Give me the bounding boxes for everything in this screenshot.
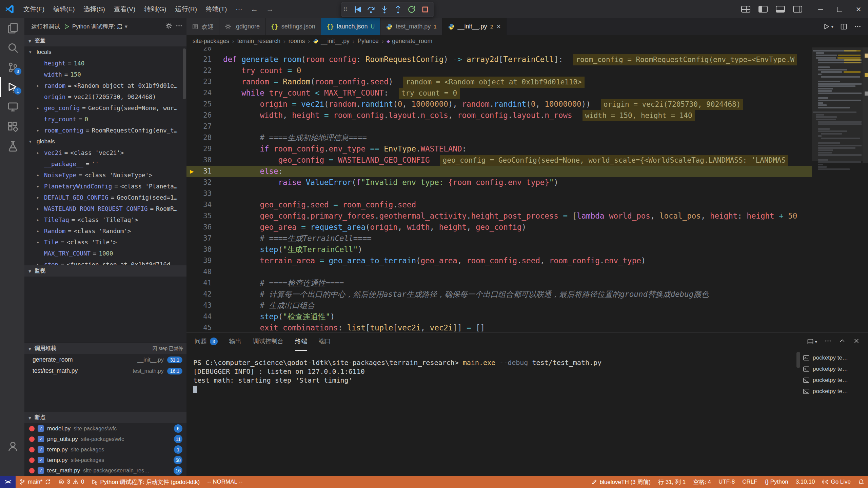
step-out-button[interactable]	[391, 3, 405, 16]
line-number[interactable]: 28	[186, 132, 212, 143]
configure-gear-button[interactable]	[165, 22, 172, 31]
line-number[interactable]: 21	[186, 54, 212, 65]
line-number[interactable]: 24	[186, 87, 212, 99]
terminal-output[interactable]: PS C:\computer_science\godot-ldtk\site-p…	[186, 351, 797, 476]
terminal-layout-button[interactable]: ▾	[807, 338, 817, 345]
code-line[interactable]: 38 step("生成TerrainCell")	[186, 244, 812, 255]
sidebar-more-actions-button[interactable]	[176, 22, 182, 31]
code-line[interactable]: 20	[186, 47, 812, 54]
activitybar-item-source-control[interactable]: 3	[0, 58, 24, 77]
toggle-sidebar-icon[interactable]	[758, 6, 768, 13]
code-line[interactable]: 24 while try_count < MAX_TRY_COUNT:try_c…	[186, 87, 812, 99]
debug-toolbar[interactable]: ⠿	[341, 2, 434, 17]
code-editor[interactable]: 2021def generate_room(room_config: RoomR…	[186, 47, 868, 332]
breadcrumb-item[interactable]: __init__.py	[313, 38, 350, 45]
statusbar-remote-indicator[interactable]: ><	[0, 476, 16, 488]
line-number[interactable]: 36	[186, 222, 212, 233]
tab-__init__.py[interactable]: __init__.py2×	[442, 18, 507, 35]
panel-tab-0[interactable]: 问题3	[195, 332, 218, 351]
tab-launch.json[interactable]: {}launch.jsonU	[321, 18, 380, 35]
variables-section-header[interactable]: ▾变量	[24, 35, 186, 46]
tab-test_math.py[interactable]: test_math.py1	[380, 18, 442, 35]
variable-row[interactable]: ▸Random=<class 'Random'>	[24, 225, 186, 237]
activitybar-item-remote-explorer[interactable]	[0, 97, 24, 117]
terminal-list-item[interactable]: pocketpy te…	[800, 363, 866, 374]
variable-row[interactable]: ▸geo_config=GeoConfig(seed=None, wor…	[24, 102, 186, 114]
breakpoint-row[interactable]: ✓test_math.pysite-packages\terrain_res…1…	[24, 465, 186, 476]
breakpoint-row[interactable]: ✓temp.pysite-packages1	[24, 444, 186, 455]
statusbar-indentation[interactable]: 空格: 4	[689, 476, 715, 488]
watch-section-header[interactable]: ▾监视	[24, 265, 186, 277]
variable-row[interactable]: ▸DEFAULT_GEO_CONFIG=GeoConfig(seed=1…	[24, 192, 186, 203]
line-number[interactable]: 25	[186, 99, 212, 110]
activitybar-item-account[interactable]	[0, 436, 24, 456]
code-line[interactable]: 37 # ====生成TerrainCell====	[186, 233, 812, 244]
activitybar-item-explorer[interactable]	[0, 18, 24, 38]
overview-ruler[interactable]	[863, 47, 868, 332]
breakpoint-checkbox[interactable]: ✓	[38, 467, 44, 474]
line-number[interactable]: 27	[186, 121, 212, 132]
line-number[interactable]: 39	[186, 255, 212, 266]
code-line[interactable]: 42 # 计算每一个出口的中心，然后使用astar生成路径，确保每一个出口组合都…	[186, 289, 812, 300]
activitybar-item-extensions[interactable]	[0, 117, 24, 136]
statusbar-go-live[interactable]: Go Live	[818, 476, 854, 488]
toggle-panel-icon[interactable]	[776, 6, 785, 13]
line-number[interactable]: 43	[186, 300, 212, 311]
line-number[interactable]: 33	[186, 188, 212, 199]
stop-button[interactable]	[418, 3, 432, 16]
menu-item-1[interactable]: 编辑(E)	[49, 0, 79, 18]
code-line[interactable]: 35 geo_config.primary_forces.geothermal_…	[186, 210, 812, 222]
minimap[interactable]	[812, 47, 863, 332]
variable-row[interactable]: origin=vec2i(7205730, 9024468)	[24, 91, 186, 102]
code-line[interactable]: 30 geo_config = WASTELAND_GEO_CONFIGgeo_…	[186, 155, 812, 166]
statusbar-gitlens-blame[interactable]: blueloveTH (3 周前)	[588, 476, 654, 488]
customize-layout-icon[interactable]	[741, 6, 750, 13]
code-line[interactable]: 32 raise ValueError(f"Invalid env type: …	[186, 177, 812, 188]
menu-item-7[interactable]: ···	[231, 0, 246, 18]
debug-config-dropdown[interactable]: Python 调试程序: 启▾	[63, 23, 162, 30]
breakpoint-checkbox[interactable]: ✓	[38, 446, 44, 453]
code-line[interactable]: 36 geo_area = request_area(origin, width…	[186, 222, 812, 233]
code-line[interactable]: 29 if room_config.env_type == EnvType.WA…	[186, 143, 812, 155]
line-number[interactable]: 32	[186, 177, 212, 188]
breadcrumb-item[interactable]: ◆generate_room	[387, 38, 432, 45]
variable-row[interactable]: ▸room_config=RoomRequestConfig(env_t…	[24, 125, 186, 136]
panel-tab-3[interactable]: 终端	[295, 332, 307, 351]
terminal-list-item[interactable]: pocketpy te…	[800, 386, 866, 397]
code-line[interactable]: 31▶ else:	[186, 166, 812, 177]
line-number[interactable]: 40	[186, 266, 212, 278]
statusbar-git-branch[interactable]: main*	[16, 476, 55, 488]
variables-group-locals[interactable]: ▾locals	[24, 46, 186, 58]
variable-row[interactable]: ▸NoiseType=<class 'NoiseType'>	[24, 169, 186, 181]
menu-item-2[interactable]: 选择(S)	[79, 0, 110, 18]
activitybar-item-search[interactable]	[0, 38, 24, 58]
line-number[interactable]: 35	[186, 210, 212, 222]
menu-item-3[interactable]: 查看(V)	[110, 0, 140, 18]
line-number[interactable]: 22	[186, 65, 212, 76]
tab-.gdignore[interactable]: .gdignore	[219, 18, 265, 35]
statusbar-encoding[interactable]: UTF-8	[715, 476, 738, 488]
window-maximize-button[interactable]	[830, 0, 849, 18]
line-number[interactable]: 37	[186, 233, 212, 244]
statusbar-cursor-position[interactable]: 行 31, 列 1	[654, 476, 689, 488]
editor-action-split-editor[interactable]	[840, 23, 847, 30]
code-line[interactable]: 27	[186, 121, 812, 132]
variable-row[interactable]: ▸random=<Random object at 0x1bf9d01e…	[24, 80, 186, 91]
statusbar-notifications-bell[interactable]	[854, 476, 868, 488]
stack-frame-row[interactable]: generate_room__init__.py31:1	[24, 354, 186, 365]
breakpoint-checkbox[interactable]: ✓	[38, 425, 44, 432]
line-number[interactable]: 30	[186, 155, 212, 166]
code-line[interactable]: 41 # ====检查连通性====	[186, 278, 812, 289]
variable-row[interactable]: ▸vec2i=<class 'vec2i'>	[24, 147, 186, 158]
breakpoints-section-header[interactable]: ▾断点	[24, 412, 186, 423]
variable-row[interactable]: ▸Tile=<class 'Tile'>	[24, 237, 186, 248]
line-number[interactable]: 29	[186, 143, 212, 155]
drag-handle[interactable]: ⠿	[343, 6, 351, 13]
overview-ruler-slider[interactable]	[863, 47, 868, 163]
breakpoint-checkbox[interactable]: ✓	[38, 436, 44, 442]
line-number[interactable]: 34	[186, 199, 212, 210]
restart-button[interactable]	[405, 3, 418, 16]
terminal-list-item[interactable]: pocketpy te…	[800, 352, 866, 363]
code-line[interactable]: 25 origin = vec2i(random.randint(0, 1000…	[186, 99, 812, 110]
variables-scrollbar[interactable]	[183, 48, 186, 99]
